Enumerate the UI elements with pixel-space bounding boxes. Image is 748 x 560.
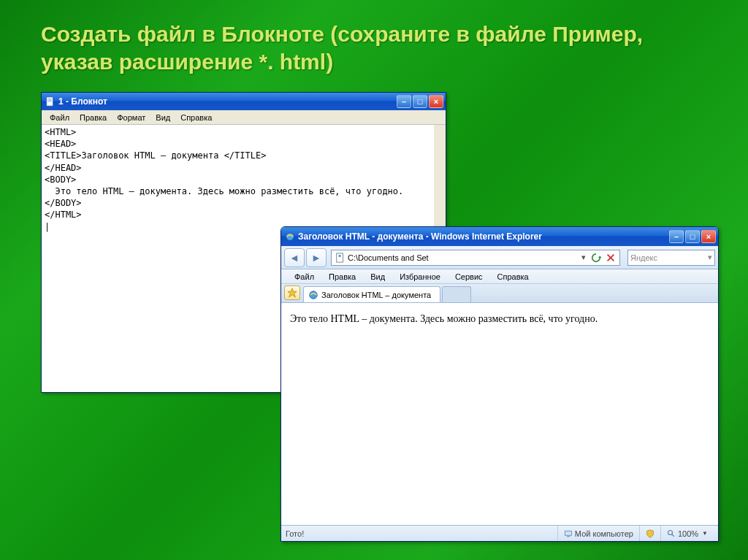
status-zone: Мой компьютер: [557, 526, 639, 541]
arrow-left-icon: ◄: [289, 252, 299, 264]
status-protected-mode: [639, 526, 660, 541]
svg-point-17: [668, 530, 672, 534]
svg-marker-13: [288, 288, 297, 297]
zoom-icon: [667, 529, 676, 538]
notepad-title-text: 1 - Блокнот: [58, 96, 397, 107]
svg-rect-16: [567, 536, 570, 537]
back-button[interactable]: ◄: [284, 248, 305, 267]
stop-icon[interactable]: [606, 253, 616, 263]
notepad-icon: [45, 96, 56, 107]
menu-file[interactable]: Файл: [287, 271, 321, 283]
status-zoom[interactable]: 100% ▼: [660, 526, 714, 541]
ie-nav-toolbar: ◄ ► C:\Documents and Set ▾ Я Яндекс ▾: [281, 246, 718, 269]
search-dropdown-icon[interactable]: ▾: [708, 253, 712, 262]
ie-menubar: Файл Правка Вид Избранное Сервис Справка: [281, 269, 718, 284]
menu-tools[interactable]: Сервис: [448, 271, 490, 283]
menu-view[interactable]: Вид: [150, 112, 175, 123]
star-icon: [287, 288, 297, 298]
chevron-down-icon: ▼: [702, 530, 708, 537]
search-box[interactable]: Я Яндекс ▾: [627, 250, 715, 266]
menu-view[interactable]: Вид: [363, 271, 392, 283]
address-dropdown-icon[interactable]: ▾: [579, 253, 589, 262]
forward-button[interactable]: ►: [306, 248, 327, 267]
ie-titlebar[interactable]: Заголовок HTML - документа - Windows Int…: [281, 227, 718, 246]
shield-icon: [646, 529, 654, 538]
favorites-button[interactable]: [284, 285, 300, 300]
page-body-text: Это тело HTML – документа. Здесь можно р…: [290, 313, 598, 324]
close-button[interactable]: ×: [429, 95, 443, 108]
address-text: C:\Documents and Set: [348, 253, 579, 262]
minimize-button[interactable]: –: [397, 95, 411, 108]
svg-line-18: [672, 534, 674, 536]
browser-tab-active[interactable]: Заголовок HTML – документа: [303, 286, 440, 302]
maximize-button[interactable]: □: [413, 95, 427, 108]
minimize-button[interactable]: –: [669, 230, 684, 243]
status-ready: Гото!: [286, 529, 304, 538]
ie-window: Заголовок HTML - документа - Windows Int…: [280, 226, 719, 542]
ie-page-icon: [308, 290, 318, 300]
ie-title-text: Заголовок HTML - документа - Windows Int…: [298, 231, 669, 242]
arrow-right-icon: ►: [311, 252, 321, 264]
ie-statusbar: Гото! Мой компьютер 100% ▼: [281, 525, 718, 541]
menu-help[interactable]: Справка: [175, 112, 217, 123]
close-button[interactable]: ×: [701, 230, 716, 243]
browser-tab-new[interactable]: [442, 286, 471, 302]
ie-tabbar: Заголовок HTML – документа: [281, 284, 718, 303]
menu-help[interactable]: Справка: [490, 271, 536, 283]
page-icon: [335, 253, 346, 263]
slide-title: Создать файл в Блокноте (сохраните в фай…: [41, 20, 719, 75]
maximize-button[interactable]: □: [685, 230, 700, 243]
svg-rect-15: [565, 531, 571, 535]
notepad-menubar: Файл Правка Формат Вид Справка: [42, 110, 446, 125]
menu-file[interactable]: Файл: [45, 112, 75, 123]
svg-point-6: [338, 254, 341, 257]
refresh-icon[interactable]: [591, 253, 601, 263]
search-placeholder: Яндекс: [630, 253, 657, 262]
menu-format[interactable]: Формат: [112, 112, 150, 123]
menu-edit[interactable]: Правка: [321, 271, 363, 283]
tab-label: Заголовок HTML – документа: [321, 291, 431, 299]
computer-icon: [564, 529, 573, 538]
menu-favorites[interactable]: Избранное: [392, 271, 448, 283]
ie-page-content: Это тело HTML – документа. Здесь можно р…: [281, 303, 718, 525]
address-bar[interactable]: C:\Documents and Set ▾: [331, 250, 620, 266]
menu-edit[interactable]: Правка: [75, 112, 112, 123]
notepad-titlebar[interactable]: 1 - Блокнот – □ ×: [42, 93, 446, 110]
ie-icon: [285, 231, 295, 242]
